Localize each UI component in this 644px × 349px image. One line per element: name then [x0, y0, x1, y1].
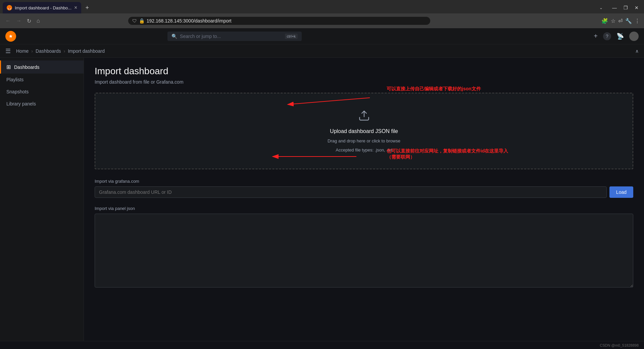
more-icon[interactable]: ⋮	[635, 18, 640, 24]
grafana-url-input[interactable]	[95, 186, 607, 198]
search-shortcut: ctrl+k	[285, 34, 298, 39]
maximize-button[interactable]: ❐	[621, 4, 631, 12]
breadcrumb-home[interactable]: Home	[16, 48, 29, 54]
shield-icon: 🛡	[132, 18, 137, 24]
minimize-button[interactable]: —	[609, 4, 620, 12]
hamburger-menu[interactable]: ☰	[5, 47, 11, 55]
sidebar-item-dashboards-label: Dashboards	[14, 64, 40, 70]
tab-title: Import dashboard - Dashbo...	[15, 5, 71, 10]
sidebar-item-library-panels[interactable]: Library panels	[0, 98, 84, 110]
add-button[interactable]: +	[594, 32, 598, 40]
playlists-label: Playlists	[6, 77, 23, 82]
search-icon: 🔍	[171, 34, 177, 39]
star-icon[interactable]: ☆	[611, 18, 615, 24]
page-subtitle: Import dashboard from file or Grafana.co…	[95, 79, 633, 85]
breadcrumb-dashboards[interactable]: Dashboards	[36, 48, 61, 54]
content-wrapper: Import dashboard Import dashboard from f…	[95, 66, 633, 289]
grafana-import-label: Import via grafana.com	[95, 179, 633, 184]
library-panels-label: Library panels	[6, 101, 36, 106]
tab-overflow-button[interactable]: ⌄	[597, 4, 605, 11]
load-button[interactable]: Load	[609, 186, 633, 198]
panel-json-label: Import via panel json	[95, 206, 633, 211]
browser-actions: 🧩 ☆ ⏎ 🔧 ⋮	[601, 18, 640, 24]
upload-icon	[358, 110, 370, 124]
tab-bar: 🦊 Import dashboard - Dashbo... × + ⌄ — ❐…	[0, 0, 644, 13]
snapshots-label: Snapshots	[6, 89, 29, 94]
sidebar: ⊞ Dashboards Playlists Snapshots Library…	[0, 58, 84, 341]
dashboards-icon: ⊞	[6, 64, 11, 70]
upload-title: Upload dashboard JSON file	[330, 128, 398, 134]
refresh-button[interactable]: ↻	[26, 16, 33, 26]
sidebar-item-dashboards[interactable]: ⊞ Dashboards	[0, 60, 84, 74]
search-bar[interactable]: 🔍 Search or jump to... ctrl+k	[167, 32, 302, 41]
lock-icon: 🔒	[139, 18, 145, 24]
search-placeholder: Search or jump to...	[180, 34, 282, 39]
breadcrumb-sep-2: ›	[64, 48, 65, 54]
panel-json-section: Import via panel json	[95, 206, 633, 289]
browser-controls: ← → ↻ ⌂ 🛡 🔒 🧩 ☆ ⏎ 🔧 ⋮	[0, 13, 644, 28]
tab-close-button[interactable]: ×	[74, 5, 77, 10]
json-textarea[interactable]	[95, 214, 633, 288]
profile-icon[interactable]: ⏎	[618, 18, 623, 24]
csdn-credit: CSDN @m0_51828898	[600, 343, 639, 347]
breadcrumb-sep-1: ›	[31, 48, 33, 54]
bottom-bar: CSDN @m0_51828898	[0, 341, 644, 349]
grafana-import-row: Load	[95, 186, 633, 198]
active-tab[interactable]: 🦊 Import dashboard - Dashbo... ×	[3, 2, 81, 13]
grafana-logo[interactable]	[5, 31, 16, 42]
new-tab-button[interactable]: +	[83, 3, 92, 13]
page-title: Import dashboard	[95, 66, 633, 77]
annotation-text-1: 可以直接上传自己编辑或者下载好的json文件	[387, 86, 481, 92]
upload-hint1: Drag and drop here or click to browse	[328, 138, 400, 143]
breadcrumb-current: Import dashboard	[68, 48, 105, 54]
extensions-icon[interactable]: 🧩	[601, 18, 608, 24]
logo-icon	[5, 31, 16, 42]
help-button[interactable]: ?	[603, 32, 611, 40]
close-button[interactable]: ✕	[632, 4, 641, 12]
back-button[interactable]: ←	[4, 16, 12, 25]
main-layout: ⊞ Dashboards Playlists Snapshots Library…	[0, 58, 644, 341]
news-icon[interactable]: 📡	[616, 33, 624, 40]
avatar[interactable]	[629, 32, 639, 41]
collapse-button[interactable]: ∧	[635, 48, 639, 54]
breadcrumb-bar: ☰ Home › Dashboards › Import dashboard ∧	[0, 44, 644, 58]
browser-chrome: 🦊 Import dashboard - Dashbo... × + ⌄ — ❐…	[0, 0, 644, 28]
tab-favicon: 🦊	[7, 5, 12, 10]
address-input[interactable]	[147, 18, 426, 24]
address-bar-container[interactable]: 🛡 🔒	[128, 17, 430, 25]
top-bar: 🔍 Search or jump to... ctrl+k + ? 📡	[0, 28, 644, 44]
sidebar-item-snapshots[interactable]: Snapshots	[0, 86, 84, 98]
upload-area[interactable]: Upload dashboard JSON file Drag and drop…	[95, 93, 633, 169]
content-area: Import dashboard Import dashboard from f…	[84, 58, 644, 341]
upload-hint2: Accepted file types: .json, .txt	[336, 147, 392, 152]
grafana-app: 🔍 Search or jump to... ctrl+k + ? 📡 ☰ Ho…	[0, 28, 644, 349]
extension2-icon[interactable]: 🔧	[625, 18, 632, 24]
top-bar-actions: + ? 📡	[594, 32, 639, 41]
home-button[interactable]: ⌂	[35, 16, 41, 25]
sidebar-item-playlists[interactable]: Playlists	[0, 74, 84, 86]
grafana-import-section: Import via grafana.com Load	[95, 179, 633, 198]
forward-button[interactable]: →	[15, 16, 23, 25]
